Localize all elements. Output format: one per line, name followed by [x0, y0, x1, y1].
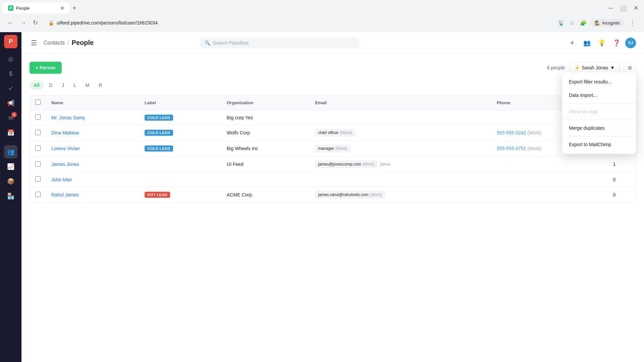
person-email: chief officer (Work)	[310, 125, 491, 141]
person-org: UI Feed	[221, 157, 310, 172]
phone-link[interactable]: 555-555-0242	[497, 130, 526, 135]
products-icon: 📦	[7, 178, 14, 185]
sidebar-item-tasks[interactable]: ✓	[4, 82, 17, 95]
sidebar-item-mail[interactable]: ✉ 4	[4, 111, 17, 125]
person-org: Wolfs Corp	[221, 125, 310, 141]
bookmark-icon[interactable]: ☆	[569, 18, 576, 27]
phone-link[interactable]: 555-555-0752	[497, 146, 526, 151]
dropdown-item-data-import[interactable]: Data import...	[562, 88, 636, 102]
search-icon: 🔍	[205, 40, 210, 46]
marketplace-icon: 🏪	[7, 192, 14, 200]
person-count: 0	[607, 187, 636, 203]
search-placeholder: Search Pipedrive	[213, 40, 249, 46]
more-options-button[interactable]: ⊞	[624, 62, 636, 74]
email-chip: james@jonescomp.com (Work)	[315, 161, 377, 168]
sidebar-item-campaigns[interactable]: 📢	[4, 97, 17, 110]
sidebar-item-insights[interactable]: 📈	[4, 160, 17, 173]
sidebar-toggle-button[interactable]: ☰	[30, 38, 38, 48]
filter-tab-l[interactable]: L	[69, 80, 80, 90]
row-checkbox[interactable]	[35, 145, 41, 151]
sidebar-item-marketplace[interactable]: 🏪	[4, 189, 17, 203]
new-tab-button[interactable]: +	[70, 3, 79, 13]
filter-tab-r[interactable]: R	[95, 80, 106, 90]
person-name[interactable]: Lorens Vivian	[46, 141, 139, 157]
maximize-button[interactable]: ⬜	[617, 3, 630, 13]
person-count: 1	[607, 157, 636, 172]
forward-button[interactable]: →	[18, 17, 28, 28]
minimize-button[interactable]: ─	[606, 3, 615, 13]
select-all-checkbox[interactable]	[35, 100, 41, 105]
contacts-icon-btn[interactable]: 👥	[581, 37, 593, 49]
people-table: Name Label Organization Email Phone Mr.	[30, 95, 636, 203]
more-icon: ⊞	[628, 65, 632, 70]
calendar-icon: 📅	[7, 129, 14, 136]
sidebar-item-activity[interactable]: ◎	[4, 52, 17, 66]
dropdown-item-show-on-map: Show on map	[562, 105, 636, 118]
help-icon-btn[interactable]: ❓	[610, 37, 623, 49]
insights-icon: 📈	[7, 163, 14, 170]
filter-tab-d[interactable]: D	[45, 80, 56, 90]
person-name[interactable]: Rahul James	[46, 187, 139, 203]
dropdown-item-export-filter[interactable]: Export filter results...	[562, 75, 636, 88]
filter-tab-m[interactable]: M	[82, 80, 94, 90]
filter-button[interactable]: ⚡ Sarah Jonas ▼	[569, 62, 620, 73]
filter-tab-all[interactable]: All	[30, 80, 44, 90]
row-checkbox[interactable]	[35, 176, 41, 182]
dropdown-divider-2	[562, 120, 636, 120]
col-email: Email	[310, 96, 491, 110]
person-org: Big corp Yes	[221, 110, 310, 125]
sidebar-item-products[interactable]: 📦	[4, 175, 17, 188]
incognito-label: Incognito	[602, 20, 620, 25]
sidebar-item-deals[interactable]: $	[4, 67, 17, 80]
content-area: + Person 6 people ⚡ Sarah Jonas ▼ ⊞ All …	[21, 54, 644, 362]
person-name[interactable]: Dina Matteus	[46, 125, 139, 141]
table-row: Dina Matteus COLD LEAD Wolfs Corp chief …	[30, 125, 636, 141]
col-organization: Organization	[221, 96, 310, 110]
close-window-button[interactable]: ✕	[631, 3, 641, 13]
extension-icon[interactable]: 🧩	[579, 18, 588, 27]
tab-close-button[interactable]: ✕	[60, 5, 64, 11]
person-name[interactable]: Mr. Jonas Samy	[46, 110, 139, 125]
back-button[interactable]: ←	[5, 17, 15, 28]
table-header-row: Name Label Organization Email Phone	[30, 96, 636, 110]
person-name[interactable]: John Man	[46, 172, 139, 187]
avatar[interactable]: SJ	[625, 38, 636, 48]
col-label: Label	[139, 96, 221, 110]
add-person-button[interactable]: + Person	[30, 62, 62, 74]
dropdown-item-merge-duplicates[interactable]: Merge duplicates	[562, 121, 636, 135]
url-bar[interactable]: 🔒 uifeed.pipedrive.com/persons/list/user…	[43, 17, 554, 28]
person-name[interactable]: James Jones	[46, 157, 139, 172]
contacts-icon: 👥	[7, 148, 14, 156]
filter-label: Sarah Jonas	[582, 65, 608, 70]
cast-icon[interactable]: 📡	[556, 18, 566, 27]
breadcrumb-contacts[interactable]: Contacts	[44, 40, 65, 46]
row-checkbox[interactable]	[35, 161, 41, 167]
header: ☰ Contacts / People 🔍 Search Pipedrive +…	[21, 32, 644, 54]
row-checkbox[interactable]	[35, 130, 41, 135]
person-phone	[491, 187, 607, 203]
add-button[interactable]: +	[566, 37, 578, 49]
sidebar: P ◎ $ ✓ 📢 ✉ 4 📅 👥 📈 📦 🏪	[0, 32, 21, 362]
dropdown-item-export-mailchimp[interactable]: Export to MailChimp	[562, 138, 636, 151]
url-text: uifeed.pipedrive.com/persons/list/user/1…	[57, 20, 548, 25]
person-org	[221, 172, 310, 187]
person-email: james@jonescomp.com (Work) james	[310, 157, 491, 172]
person-email	[310, 172, 491, 187]
label-badge: HOT LEAD	[145, 192, 170, 198]
header-actions: + 👥 💡 ❓ SJ	[566, 37, 636, 49]
sidebar-item-contacts[interactable]: 👥	[4, 145, 17, 159]
lock-icon: 🔒	[48, 20, 54, 25]
filter-tab-j[interactable]: J	[58, 80, 68, 90]
filter-chevron-icon: ▼	[610, 65, 615, 70]
browser-tab[interactable]: P People ✕	[3, 3, 70, 13]
sidebar-item-calendar[interactable]: 📅	[4, 126, 17, 139]
person-label	[139, 172, 221, 187]
incognito-button[interactable]: 🕵 Incognito	[591, 19, 624, 27]
row-checkbox[interactable]	[35, 114, 41, 120]
search-bar[interactable]: 🔍 Search Pipedrive	[199, 38, 360, 48]
reload-button[interactable]: ↻	[31, 17, 40, 28]
tips-icon-btn[interactable]: 💡	[596, 37, 608, 49]
app-logo[interactable]: P	[4, 35, 17, 48]
row-checkbox[interactable]	[35, 192, 41, 197]
browser-menu-button[interactable]: ⋮	[627, 17, 639, 28]
